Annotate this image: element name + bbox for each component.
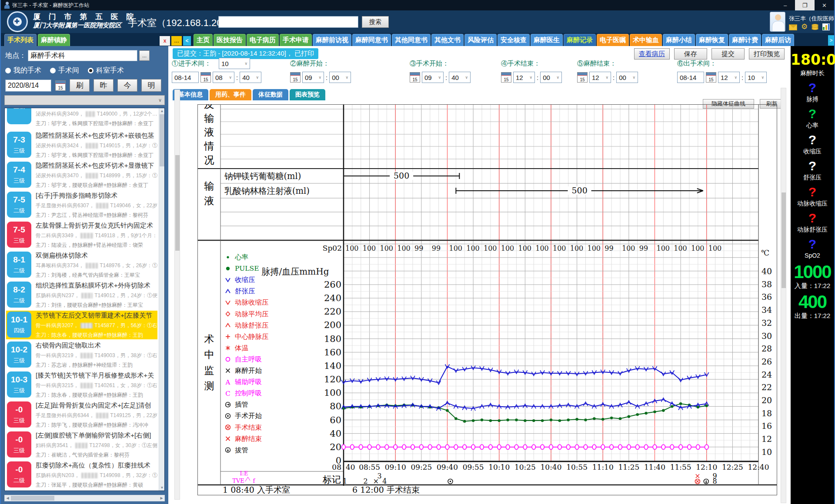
sidebar-tab-麻醉镇静[interactable]: 麻醉镇静 — [38, 34, 70, 46]
search-button[interactable]: 搜索 — [362, 16, 389, 28]
tab-安全核查[interactable]: 安全核查 — [498, 34, 530, 46]
calendar-icon[interactable]: 15 — [501, 72, 511, 83]
coins-icon[interactable] — [812, 24, 818, 30]
date-button-刷[interactable]: 刷 — [70, 79, 90, 92]
surgery-list-item[interactable]: 10-2三级右锁骨内固定物取出术骨一科病房3219，T149003，男，38岁：… — [6, 341, 157, 369]
surgery-list-item[interactable]: 7-4三级隐匿性阴茎延长术+包皮环切术+显微镜下泌尿外科病房3470，T1489… — [6, 161, 157, 189]
date-input[interactable] — [5, 80, 51, 92]
tab-医技报告[interactable]: 医技报告 — [214, 34, 246, 46]
action-button-保存[interactable]: 保存 — [674, 48, 707, 60]
list-scrollbar[interactable]: ▲ ▼ — [159, 108, 164, 491]
calendar-icon[interactable]: 15 — [55, 80, 66, 91]
vital-value-心率: ? — [791, 107, 834, 120]
tab-其他同意书[interactable]: 其他同意书 — [392, 34, 431, 46]
tab-麻醉后访[interactable]: 麻醉后访 — [762, 34, 794, 46]
record-content: 已提交：王韵 - [2020-08-14 12:32:40]， 已打印 查看病历… — [168, 46, 791, 504]
gear-icon[interactable]: ⚙ — [801, 23, 808, 30]
hour-select[interactable]: 12∨ — [589, 72, 611, 83]
tab-麻醉小结[interactable]: 麻醉小结 — [663, 34, 695, 46]
time-field-group-2: ②麻醉开始：1509∨:00∨ — [290, 60, 351, 83]
date-button-今[interactable]: 今 — [117, 79, 137, 92]
close-button[interactable]: ✕ — [815, 0, 834, 10]
surgery-list-item[interactable]: 7-5二级[右手]手拇指多指畸形切除术手足显微外科病房6307，T149046，… — [6, 191, 157, 219]
surgery-list-item[interactable]: 7-3三级隐匿性阴茎延长术+包皮环切术+嵌顿包茎泌尿外科病房3424，T1490… — [6, 131, 157, 159]
surgery-list-item[interactable]: -0三级[左侧]腹腔镜下单侧输卵管切除术+[右侧]妇科病房3541，T12749… — [6, 431, 157, 459]
radio-手术间[interactable]: 手术间 — [50, 66, 79, 75]
hour-select[interactable]: 12∨ — [718, 72, 740, 83]
search-input[interactable] — [218, 16, 358, 28]
surgery-list-item[interactable]: 8-1二级双侧扁桃体切除术耳鼻喉科病房3734，T148976，女，26岁：①主… — [6, 251, 157, 279]
mail-icon[interactable] — [789, 24, 797, 30]
hour-select[interactable]: 12∨ — [513, 72, 535, 83]
vital-value-SpO2: ? — [791, 238, 834, 251]
calendar-icon[interactable]: 15 — [200, 72, 211, 83]
calendar-icon[interactable]: 15 — [706, 72, 716, 83]
tab-手术申请[interactable]: 手术申请 — [280, 34, 312, 46]
minute-select[interactable]: 40∨ — [449, 72, 471, 83]
location-input[interactable] — [28, 50, 137, 61]
surgery-list-item[interactable]: -0二级肛瘘切除术+高位（复杂性）肛瘘挂线术肛肠科病房N203，T149098，… — [6, 461, 157, 489]
subtab-图表预览[interactable]: 图表预览 — [290, 89, 325, 100]
hour-select[interactable]: 08∨ — [213, 72, 234, 83]
surgery-list-item[interactable]: 三级泌尿外科病房3409，T149000，男，12岁2个…主刀：邬宇龙，蛛网膜下… — [6, 109, 157, 129]
location-more-button[interactable]: ... — [139, 50, 150, 61]
maximize-button[interactable]: ❐ — [795, 0, 815, 10]
scroll-right-icon[interactable]: ▶ — [159, 495, 164, 501]
subtab-体征数据[interactable]: 体征数据 — [253, 89, 288, 100]
subtab-用药、事件[interactable]: 用药、事件 — [210, 89, 251, 100]
radio-我的手术[interactable]: 我的手术 — [5, 66, 41, 75]
tab-麻醉记录[interactable]: 麻醉记录 — [564, 34, 596, 46]
tab-麻醉医生[interactable]: 麻醉医生 — [531, 34, 563, 46]
minute-select[interactable]: 10∨ — [745, 72, 767, 83]
radio-科室手术[interactable]: 科室手术 — [88, 66, 124, 75]
tab-电子病历[interactable]: 电子病历 — [247, 34, 279, 46]
filter-dropdown[interactable]: ∨ — [4, 95, 165, 105]
action-button-查看病历[interactable]: 查看病历 — [634, 48, 670, 60]
minute-select[interactable]: 00∨ — [329, 72, 351, 83]
calendar-icon[interactable]: 15 — [410, 72, 420, 83]
tab-mini-button-0[interactable]: x — [160, 36, 170, 46]
tab-风险评估[interactable]: 风险评估 — [464, 34, 497, 46]
list-hscrollbar[interactable]: ◀ ▶ — [4, 495, 165, 501]
tab-overflow-button[interactable]: > — [828, 35, 834, 46]
tab-mini-button-1[interactable]: … — [171, 36, 182, 46]
scroll-up-icon[interactable]: ▲ — [159, 108, 165, 114]
tab-电子医嘱[interactable]: 电子医嘱 — [597, 34, 629, 46]
operating-room-select[interactable]: 10∨ — [219, 58, 250, 69]
hour-select[interactable]: 09∨ — [422, 72, 444, 83]
surgery-list-item[interactable]: 7-5三级左肱骨髁上骨折切开复位克氏针内固定术骨二科病房3349，T149118… — [6, 221, 157, 249]
calendar-icon[interactable]: 15 — [577, 72, 588, 83]
tab-术中输血[interactable]: 术中输血 — [630, 34, 662, 46]
tab-麻醉前访视[interactable]: 麻醉前访视 — [313, 34, 351, 46]
date-value-input[interactable]: 08-14 — [172, 72, 199, 83]
tab-麻醉同意书[interactable]: 麻醉同意书 — [352, 34, 391, 46]
surgery-list-item[interactable]: 10-1四级关节镜下左后交叉韧带重建术+[左膝关节骨一科病房3207，T1458… — [6, 311, 157, 339]
tab-麻醉计费[interactable]: 麻醉计费 — [729, 34, 761, 46]
hour-select[interactable]: 09∨ — [302, 72, 324, 83]
chart-left-scrollbar[interactable] — [174, 90, 180, 500]
action-button-提交[interactable]: 提交 — [711, 48, 745, 60]
tab-主页[interactable]: 主页 — [194, 34, 213, 46]
tab-麻醉恢复[interactable]: 麻醉恢复 — [696, 34, 728, 46]
date-button-明[interactable]: 明 — [141, 79, 161, 92]
minute-select[interactable]: 00∨ — [540, 72, 562, 83]
tab-其他文书[interactable]: 其他文书 — [431, 34, 464, 46]
surgery-list-item[interactable]: -0三级[左足]趾骨骨折复位内固定术+[左足]清创手足显微外科病房6344，T1… — [6, 401, 157, 429]
date-value-input[interactable]: 08-14 — [677, 72, 704, 83]
sidebar-tab-手术列表[interactable]: 手术列表 — [4, 34, 37, 46]
patient-info: 骨二科病房3349，T149118，男，9岁1个月： — [36, 232, 157, 239]
calendar-icon[interactable]: 15 — [290, 72, 301, 83]
minute-select[interactable]: 40∨ — [240, 72, 261, 83]
minimize-button[interactable]: – — [775, 0, 795, 10]
minute-select[interactable]: 00∨ — [616, 72, 638, 83]
bar-chart-icon[interactable] — [822, 23, 830, 30]
user-avatar[interactable] — [770, 12, 785, 32]
action-button-打印预览[interactable]: 打印预览 — [749, 48, 785, 60]
scroll-left-icon[interactable]: ◀ — [5, 495, 10, 501]
surgery-list-item[interactable]: 8-2二级组织选择性直肠粘膜环切术+外痔切除术肛肠科病房N237，T149012… — [6, 281, 157, 309]
surgery-list-item[interactable]: 10-3三级[膝关节镜]关节镜下半月板修整成形术+关骨一科病房3215，T140… — [6, 371, 157, 399]
tab-mini-button-2[interactable]: < — [183, 36, 191, 46]
chart-right-scrollbar[interactable] — [781, 88, 786, 503]
date-button-昨[interactable]: 昨 — [94, 79, 114, 92]
scroll-down-icon[interactable]: ▼ — [159, 485, 165, 491]
